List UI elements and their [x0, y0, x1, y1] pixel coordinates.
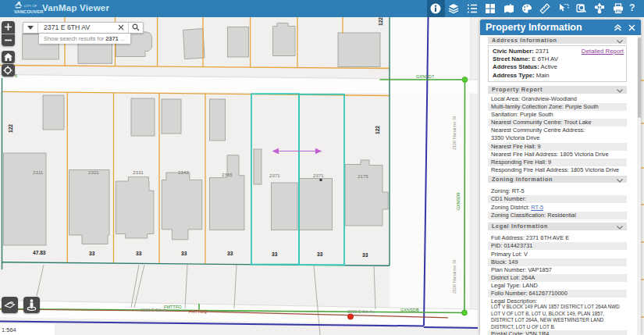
svg-text:2300 E 5th Av: 2300 E 5th Av [141, 308, 168, 312]
svg-text:GXNSDB: GXNSDB [400, 308, 419, 312]
svg-text:2365: 2365 [222, 172, 233, 177]
svg-text:122: 122 [378, 17, 383, 26]
svg-text:2311: 2311 [33, 169, 44, 175]
svg-text:33: 33 [136, 251, 142, 256]
svg-text:2300 E 6th Av: 2300 E 6th Av [347, 309, 375, 314]
svg-text:122: 122 [375, 126, 380, 134]
svg-text:GXNSD7: GXNSD7 [416, 74, 434, 79]
svg-text:33: 33 [89, 251, 95, 256]
svg-text:FHTTGQ: FHTTGQ [189, 309, 208, 314]
svg-text:2371: 2371 [313, 173, 324, 178]
svg-text:6: 6 [15, 73, 17, 78]
svg-text:33: 33 [227, 251, 233, 256]
svg-text:33: 33 [181, 251, 187, 256]
svg-text:2100 Nanaimo St: 2100 Nanaimo St [452, 259, 457, 294]
svg-text:2371: 2371 [269, 173, 280, 178]
svg-text:47.83: 47.83 [33, 250, 46, 255]
svg-text:GXNSD9: GXNSD9 [456, 193, 461, 210]
svg-text:122: 122 [8, 124, 13, 133]
svg-text:2343: 2343 [178, 169, 189, 175]
svg-text:2321: 2321 [88, 169, 99, 175]
svg-text:33: 33 [317, 251, 323, 257]
svg-text:33: 33 [362, 252, 368, 258]
svg-text:1:564: 1:564 [2, 326, 16, 333]
svg-text:33: 33 [272, 251, 278, 257]
svg-text:2331: 2331 [133, 169, 144, 175]
svg-text:CITY OF: CITY OF [24, 4, 37, 8]
svg-text:2100 Nanaimo St: 2100 Nanaimo St [452, 116, 457, 150]
svg-text:2175: 2175 [358, 173, 368, 179]
svg-text:VANCOUVER: VANCOUVER [14, 9, 44, 14]
